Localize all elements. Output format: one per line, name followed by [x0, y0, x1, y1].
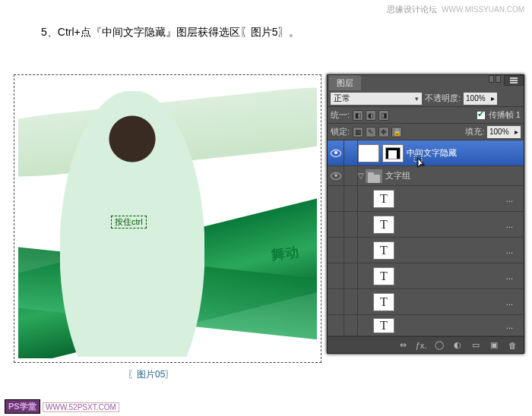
layer-row-text[interactable]: T ... [328, 263, 524, 289]
layer-row-text[interactable]: T ... [328, 212, 524, 238]
ribbon-text: 舞动 [271, 243, 300, 265]
lock-image-icon[interactable]: ✎ [366, 127, 376, 137]
visibility-toggle[interactable] [328, 289, 344, 314]
panel-collapse-left-icon[interactable] [489, 75, 494, 83]
ctrl-hint-label: 按住ctrl [111, 216, 147, 228]
chevron-right-icon: ▸ [491, 94, 495, 102]
fill-value: 100% [489, 128, 509, 136]
blend-opacity-row: 正常 ▾ 不透明度: 100% ▸ [328, 90, 524, 107]
lock-transparency-icon[interactable]: ▦ [353, 127, 363, 137]
visibility-toggle[interactable] [328, 186, 344, 211]
panel-footer: ⇔ ƒx. ◯ ◐ ▭ ▣ 🗑 [328, 336, 524, 353]
canvas-selection-marquee: 按住ctrl 舞动 [14, 74, 321, 363]
layer-row-selected[interactable]: 中间文字隐藏 [328, 140, 524, 166]
text-layer-icon: T [373, 216, 394, 234]
unify-row: 统一: ◧ ◐ ◨ 传播帧 1 [328, 107, 524, 124]
layer-name: ... [397, 298, 521, 307]
layer-thumbnail[interactable] [358, 144, 379, 162]
blend-mode-value: 正常 [334, 93, 350, 104]
panel-collapse-buttons[interactable] [489, 75, 501, 83]
unify-visibility-icon[interactable]: ◐ [366, 110, 376, 121]
watermark-site: 思缘设计论坛 [387, 5, 437, 14]
layers-list: 中间文字隐藏 ▽ 文字组 T ... T ... T [328, 140, 524, 336]
opacity-label: 不透明度: [425, 93, 461, 104]
lock-fill-row: 锁定: ▦ ✎ ✥ 🔒 填充: 100% ▸ [328, 124, 524, 140]
lock-position-icon[interactable]: ✥ [378, 127, 389, 137]
watermark-url: WWW.MISSYUAN.COM [442, 5, 524, 14]
visibility-toggle[interactable] [328, 263, 344, 288]
layer-row-text[interactable]: T ... [328, 238, 524, 263]
fill-label: 填充: [465, 126, 484, 137]
dropdown-arrow-icon: ▾ [415, 95, 419, 102]
image-caption: 〖图片05〗 [128, 368, 174, 381]
tab-layers[interactable]: 图层 [329, 75, 361, 90]
visibility-eye-icon[interactable] [331, 172, 341, 180]
new-group-icon[interactable]: ▭ [470, 340, 481, 351]
layer-name: ... [397, 272, 521, 281]
opacity-input[interactable]: 100% ▸ [464, 93, 497, 105]
panel-menu-button[interactable] [504, 75, 524, 86]
layer-name: ... [397, 321, 521, 330]
watermark: 思缘设计论坛 WWW.MISSYUAN.COM [387, 4, 524, 15]
layer-name: 中间文字隐藏 [407, 147, 457, 159]
text-layer-icon: T [373, 318, 394, 333]
link-column[interactable] [344, 289, 358, 314]
visibility-toggle[interactable] [328, 238, 344, 263]
layer-mask-thumbnail[interactable] [382, 144, 404, 162]
hamburger-icon [510, 80, 518, 81]
text-layer-icon: T [373, 293, 394, 311]
unify-buttons: ◧ ◐ ◨ [353, 110, 389, 121]
ps-url-badge: WWW.52PSXT.COM [43, 402, 119, 412]
propagate-label: 传播帧 1 [489, 109, 521, 121]
adjustment-layer-icon[interactable]: ◐ [452, 340, 463, 351]
lock-buttons: ▦ ✎ ✥ 🔒 [353, 127, 402, 137]
opacity-value: 100% [466, 94, 486, 102]
group-twirl-icon[interactable]: ▽ [358, 172, 366, 180]
unify-style-icon[interactable]: ◨ [378, 110, 389, 121]
link-column[interactable] [344, 212, 358, 237]
panel-tabs: 图层 [328, 75, 524, 90]
panel-collapse-right-icon[interactable] [496, 75, 501, 83]
ps-logo-badge: PS学堂 [5, 399, 40, 414]
layer-row-text[interactable]: T ... [328, 186, 524, 212]
text-layer-icon: T [373, 190, 394, 208]
unify-label: 统一: [331, 109, 350, 121]
instruction-text: 5、Ctrl+点『中间文字隐藏』图层获得选区〖图片5〗。 [41, 26, 299, 39]
layers-panel: 图层 正常 ▾ 不透明度: 100% ▸ 统一: ◧ ◐ ◨ 传播帧 1 锁定:… [327, 74, 524, 354]
layer-mask-icon[interactable]: ◯ [434, 340, 445, 351]
chevron-right-icon: ▸ [515, 128, 518, 136]
delete-layer-icon[interactable]: 🗑 [507, 340, 518, 351]
text-layer-icon: T [373, 241, 394, 260]
link-column[interactable] [344, 263, 358, 288]
layer-row-text[interactable]: T ... [328, 289, 524, 315]
link-layers-icon[interactable]: ⇔ [397, 340, 408, 351]
visibility-toggle[interactable] [328, 315, 344, 336]
layer-name: ... [397, 194, 521, 203]
group-folder-icon [366, 169, 382, 183]
link-column[interactable] [344, 140, 358, 165]
layer-row-text[interactable]: T ... [328, 315, 524, 336]
new-layer-icon[interactable]: ▣ [489, 340, 499, 351]
text-layer-icon: T [373, 267, 394, 285]
lock-label: 锁定: [331, 126, 350, 137]
propagate-frame-checkbox[interactable] [477, 111, 486, 120]
group-name: 文字组 [385, 170, 410, 181]
layer-name: ... [397, 246, 521, 255]
document-canvas[interactable]: 按住ctrl 舞动 [18, 79, 317, 358]
layer-fx-icon[interactable]: ƒx. [416, 340, 426, 351]
layer-name: ... [397, 220, 521, 229]
visibility-eye-icon[interactable] [331, 150, 341, 157]
blend-mode-select[interactable]: 正常 ▾ [331, 93, 422, 105]
link-column[interactable] [344, 186, 358, 211]
fill-input[interactable]: 100% ▸ [487, 126, 521, 138]
layer-row-group[interactable]: ▽ 文字组 [328, 166, 524, 186]
lock-all-icon[interactable]: 🔒 [391, 127, 402, 137]
link-column[interactable] [344, 166, 358, 185]
link-column[interactable] [344, 238, 358, 263]
link-column[interactable] [344, 315, 358, 336]
visibility-toggle[interactable] [328, 212, 344, 237]
unify-position-icon[interactable]: ◧ [353, 110, 363, 121]
